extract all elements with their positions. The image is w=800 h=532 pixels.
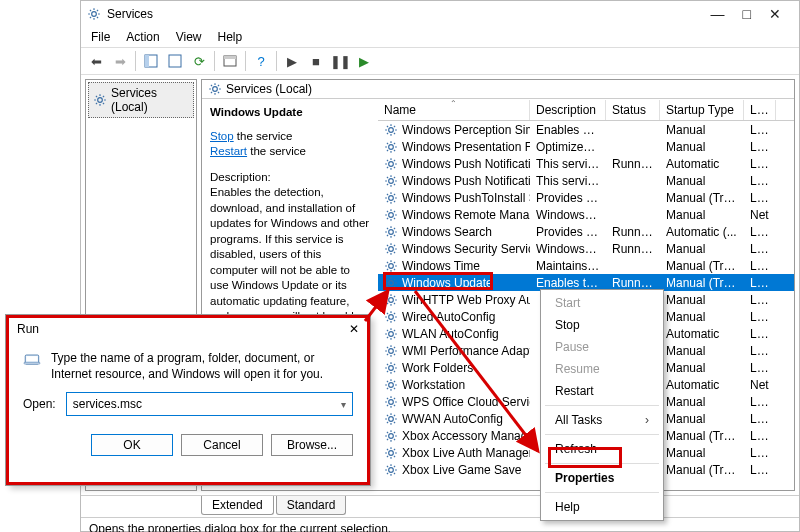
- service-startup: Automatic: [660, 326, 744, 342]
- service-gear-icon: [384, 191, 398, 205]
- svg-rect-5: [224, 56, 236, 59]
- minimize-button[interactable]: —: [711, 6, 725, 22]
- svg-point-10: [389, 161, 394, 166]
- svg-point-19: [389, 314, 394, 319]
- table-row[interactable]: Windows Push Notificatio...This service …: [378, 172, 794, 189]
- svg-point-21: [389, 348, 394, 353]
- menu-view[interactable]: View: [176, 30, 202, 44]
- stop-service-button[interactable]: ■: [305, 50, 327, 72]
- menu-file[interactable]: File: [91, 30, 110, 44]
- service-status: Running: [606, 156, 660, 172]
- properties-button[interactable]: [219, 50, 241, 72]
- table-row[interactable]: Windows SearchProvides co...RunningAutom…: [378, 223, 794, 240]
- service-logon: Loca: [744, 156, 776, 172]
- service-logon: Loca: [744, 190, 776, 206]
- restart-service-link[interactable]: Restart: [210, 145, 247, 157]
- service-logon: Loca: [744, 241, 776, 257]
- service-name: Windows Remote Manag...: [402, 208, 530, 222]
- service-gear-icon: [384, 208, 398, 222]
- service-logon: Loca: [744, 224, 776, 240]
- menu-action[interactable]: Action: [126, 30, 159, 44]
- service-name: WinHTTP Web Proxy Auto...: [402, 293, 530, 307]
- main-header-label: Services (Local): [226, 82, 312, 96]
- svg-point-0: [92, 12, 97, 17]
- open-combobox[interactable]: services.msc ▾: [66, 392, 353, 416]
- context-menu-resume: Resume: [541, 358, 663, 380]
- service-name: Windows PushToInstall Serv...: [402, 191, 530, 205]
- close-button[interactable]: ✕: [769, 6, 781, 22]
- start-service-button[interactable]: ▶: [281, 50, 303, 72]
- table-row[interactable]: Windows Security ServiceWindows Se...Run…: [378, 240, 794, 257]
- tree-root-item[interactable]: Services (Local): [88, 82, 194, 118]
- maximize-button[interactable]: □: [743, 6, 751, 22]
- table-row[interactable]: Windows TimeMaintains d...Manual (Trig..…: [378, 257, 794, 274]
- tree-root-label: Services (Local): [111, 86, 189, 114]
- context-menu-all-tasks[interactable]: All Tasks: [541, 409, 663, 431]
- service-name: WLAN AutoConfig: [402, 327, 499, 341]
- open-label: Open:: [23, 397, 56, 411]
- grid-header: Name⌃ Description Status Startup Type Lo…: [378, 99, 794, 121]
- svg-point-8: [389, 127, 394, 132]
- service-startup: Manual: [660, 122, 744, 138]
- service-gear-icon: [384, 344, 398, 358]
- stop-service-link[interactable]: Stop: [210, 130, 234, 142]
- context-menu-properties[interactable]: Properties: [541, 467, 663, 489]
- menu-help[interactable]: Help: [218, 30, 243, 44]
- service-startup: Manual (Trig...: [660, 462, 744, 478]
- context-menu-help[interactable]: Help: [541, 496, 663, 518]
- service-status: Running: [606, 224, 660, 240]
- svg-rect-31: [24, 362, 40, 364]
- col-header-description[interactable]: Description: [530, 100, 606, 120]
- titlebar: Services — □ ✕: [81, 1, 799, 27]
- service-status: [606, 129, 660, 131]
- service-name: WMI Performance Adapte: [402, 344, 530, 358]
- service-desc: Enables spa...: [530, 122, 606, 138]
- service-gear-icon: [384, 140, 398, 154]
- restart-service-button[interactable]: ▶: [353, 50, 375, 72]
- service-name: Xbox Live Auth Manager: [402, 446, 530, 460]
- context-menu-restart[interactable]: Restart: [541, 380, 663, 402]
- tab-standard[interactable]: Standard: [276, 496, 347, 515]
- service-startup: Manual: [660, 241, 744, 257]
- service-gear-icon: [384, 395, 398, 409]
- service-gear-icon: [384, 463, 398, 477]
- table-row[interactable]: Windows PushToInstall Serv...Provides in…: [378, 189, 794, 206]
- context-menu-stop[interactable]: Stop: [541, 314, 663, 336]
- service-status: Running: [606, 241, 660, 257]
- forward-button[interactable]: ➡: [109, 50, 131, 72]
- export-button[interactable]: [164, 50, 186, 72]
- cancel-button[interactable]: Cancel: [181, 434, 263, 456]
- table-row[interactable]: Windows Presentation Fou...Optimizes p..…: [378, 138, 794, 155]
- back-button[interactable]: ⬅: [85, 50, 107, 72]
- context-menu-refresh[interactable]: Refresh: [541, 438, 663, 460]
- ok-button[interactable]: OK: [91, 434, 173, 456]
- refresh-button[interactable]: ⟳: [188, 50, 210, 72]
- help-button[interactable]: ?: [250, 50, 272, 72]
- service-gear-icon: [384, 174, 398, 188]
- service-startup: Manual: [660, 173, 744, 189]
- svg-point-16: [389, 263, 394, 268]
- col-header-startup[interactable]: Startup Type: [660, 100, 744, 120]
- service-startup: Manual: [660, 445, 744, 461]
- service-logon: Loca: [744, 445, 776, 461]
- service-name: Windows Time: [402, 259, 480, 273]
- service-name: WPS Office Cloud Service: [402, 395, 530, 409]
- service-gear-icon: [384, 157, 398, 171]
- col-header-name[interactable]: Name⌃: [378, 100, 530, 120]
- service-desc: This service ...: [530, 156, 606, 172]
- table-row[interactable]: Windows Perception Simul...Enables spa..…: [378, 121, 794, 138]
- run-close-button[interactable]: ✕: [349, 322, 359, 336]
- svg-point-26: [389, 433, 394, 438]
- service-gear-icon: [384, 225, 398, 239]
- show-hide-tree-button[interactable]: [140, 50, 162, 72]
- col-header-logon[interactable]: Log: [744, 100, 776, 120]
- table-row[interactable]: Windows Push Notificatio...This service …: [378, 155, 794, 172]
- table-row[interactable]: Windows Remote Manag...Windows R...Manua…: [378, 206, 794, 223]
- service-startup: Manual (Trig...: [660, 275, 744, 291]
- service-startup: Manual: [660, 411, 744, 427]
- browse-button[interactable]: Browse...: [271, 434, 353, 456]
- col-header-status[interactable]: Status: [606, 100, 660, 120]
- pause-service-button[interactable]: ❚❚: [329, 50, 351, 72]
- run-icon: [23, 350, 41, 382]
- tab-extended[interactable]: Extended: [201, 496, 274, 515]
